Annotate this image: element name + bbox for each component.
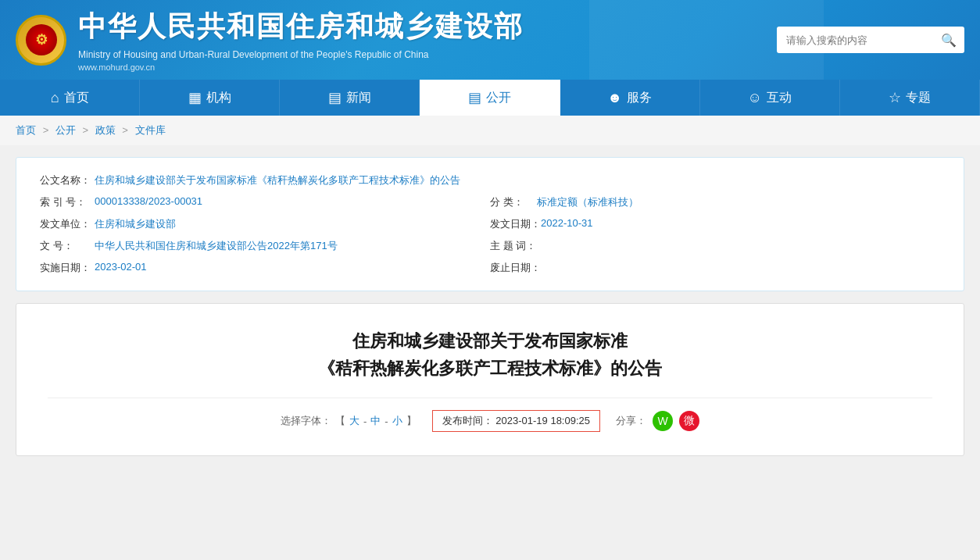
interact-icon: ☺	[748, 90, 762, 106]
article-title: 住房和城乡建设部关于发布国家标准 《秸秆热解炭化多联产工程技术标准》的公告	[48, 327, 932, 382]
issue-date-label: 发文日期：	[490, 217, 541, 231]
publish-time-box: 发布时间： 2023-01-19 18:09:25	[432, 410, 600, 432]
site-url: www.mohurd.gov.cn	[78, 62, 524, 72]
effective-date-label: 实施日期：	[40, 261, 95, 275]
subject-section: 主 题 词：	[490, 239, 940, 253]
share-section: 分享： W 微	[616, 411, 699, 431]
article-title-line1: 住房和城乡建设部关于发布国家标准	[48, 327, 932, 355]
index-label: 索 引 号：	[40, 195, 95, 209]
nav-item-special[interactable]: ☆ 专题	[840, 80, 980, 116]
issuer-section: 发文单位： 住房和城乡建设部	[40, 217, 490, 231]
open-icon: ▤	[468, 89, 481, 106]
article-card: 住房和城乡建设部关于发布国家标准 《秸秆热解炭化多联产工程技术标准》的公告 选择…	[16, 303, 964, 456]
breadcrumb-home[interactable]: 首页	[16, 124, 36, 136]
article-toolbar: 选择字体： 【 大 - 中 - 小 】 发布时间： 2023-01-19 18:…	[48, 398, 932, 432]
news-icon: ▤	[328, 89, 342, 106]
effective-date-section: 实施日期： 2023-02-01	[40, 261, 490, 275]
issuer-label: 发文单位：	[40, 217, 95, 231]
index-value: 000013338/2023-00031	[95, 195, 202, 209]
doc-name-value: 住房和城乡建设部关于发布国家标准《秸秆热解炭化多联产工程技术标准》的公告	[95, 173, 460, 187]
doc-number-value: 中华人民共和国住房和城乡建设部公告2022年第171号	[95, 239, 338, 253]
docnum-subject-row: 文 号： 中华人民共和国住房和城乡建设部公告2022年第171号 主 题 词：	[40, 239, 940, 253]
breadcrumb-sep3: >	[122, 124, 131, 136]
nav-label-special: 专题	[906, 90, 931, 106]
doc-name-row: 公文名称： 住房和城乡建设部关于发布国家标准《秸秆热解炭化多联产工程技术标准》的…	[40, 173, 940, 187]
nav-label-org: 机构	[206, 90, 231, 106]
breadcrumb: 首页 > 公开 > 政策 > 文件库	[0, 116, 980, 145]
breadcrumb-sep1: >	[43, 124, 52, 136]
header-left: ⚙ 中华人民共和国住房和城乡建设部 Ministry of Housing an…	[16, 8, 524, 72]
nav-item-news[interactable]: ▤ 新闻	[280, 80, 420, 116]
logo: ⚙	[16, 15, 66, 66]
share-label: 分享：	[616, 414, 646, 428]
issue-date-value: 2022-10-31	[541, 217, 593, 231]
font-size-large[interactable]: 大	[349, 414, 359, 428]
breadcrumb-sep2: >	[82, 124, 91, 136]
doc-number-section: 文 号： 中华人民共和国住房和城乡建设部公告2022年第171号	[40, 239, 490, 253]
font-size-bracket-close: 】	[406, 414, 417, 428]
nav-label-news: 新闻	[346, 90, 371, 106]
page-header: ⚙ 中华人民共和国住房和城乡建设部 Ministry of Housing an…	[0, 0, 980, 80]
info-card: 公文名称： 住房和城乡建设部关于发布国家标准《秸秆热解炭化多联产工程技术标准》的…	[16, 157, 964, 291]
breadcrumb-filelist[interactable]: 文件库	[135, 124, 166, 136]
nav-item-org[interactable]: ▦ 机构	[140, 80, 280, 116]
font-size-label: 选择字体：	[281, 414, 331, 428]
breadcrumb-open[interactable]: 公开	[55, 124, 76, 136]
publish-time-label: 发布时间：	[442, 415, 493, 426]
category-value: 标准定额（标准科技）	[537, 195, 638, 209]
expire-date-section: 废止日期：	[490, 261, 940, 275]
font-size-bracket-open: 【	[335, 414, 345, 428]
publish-time-value: 2023-01-19 18:09:25	[495, 415, 590, 426]
search-input[interactable]	[777, 30, 933, 51]
category-label: 分 类：	[490, 195, 537, 209]
nav-label-home: 首页	[64, 90, 89, 106]
special-icon: ☆	[889, 89, 901, 106]
nav-item-service[interactable]: ☻ 服务	[560, 80, 700, 116]
category-section: 分 类： 标准定额（标准科技）	[490, 195, 940, 209]
expire-date-label: 废止日期：	[490, 261, 541, 275]
nav-label-interact: 互动	[767, 90, 792, 106]
site-subtitle: Ministry of Housing and Urban-Rural Deve…	[78, 49, 524, 60]
doc-number-label: 文 号：	[40, 239, 95, 253]
search-box: 🔍	[777, 27, 964, 53]
issuer-date-row: 发文单位： 住房和城乡建设部 发文日期： 2022-10-31	[40, 217, 940, 231]
header-title-block: 中华人民共和国住房和城乡建设部 Ministry of Housing and …	[78, 8, 524, 72]
effective-expire-row: 实施日期： 2023-02-01 废止日期：	[40, 261, 940, 275]
nav-item-interact[interactable]: ☺ 互动	[700, 80, 840, 116]
subject-label: 主 题 词：	[490, 239, 537, 253]
font-size-small[interactable]: 小	[392, 414, 402, 428]
font-size-divider1: -	[363, 416, 367, 427]
logo-inner: ⚙	[26, 24, 57, 55]
issue-date-section: 发文日期： 2022-10-31	[490, 217, 940, 231]
font-size-medium[interactable]: 中	[370, 414, 381, 428]
site-title: 中华人民共和国住房和城乡建设部	[78, 8, 524, 46]
index-section: 索 引 号： 000013338/2023-00031	[40, 195, 490, 209]
main-content: 公文名称： 住房和城乡建设部关于发布国家标准《秸秆热解炭化多联产工程技术标准》的…	[0, 145, 980, 468]
nav-item-home[interactable]: ⌂ 首页	[0, 80, 140, 116]
share-weibo-icon[interactable]: 微	[679, 411, 699, 431]
font-size-divider2: -	[384, 416, 388, 427]
nav-item-open[interactable]: ▤ 公开	[420, 80, 560, 116]
org-icon: ▦	[188, 89, 202, 106]
service-icon: ☻	[607, 90, 622, 106]
index-category-row: 索 引 号： 000013338/2023-00031 分 类： 标准定额（标准…	[40, 195, 940, 209]
font-size-selector: 选择字体： 【 大 - 中 - 小 】	[281, 414, 417, 428]
main-nav: ⌂ 首页 ▦ 机构 ▤ 新闻 ▤ 公开 ☻ 服务 ☺ 互动 ☆ 专题	[0, 80, 980, 116]
search-button[interactable]: 🔍	[933, 33, 964, 48]
article-title-line2: 《秸秆热解炭化多联产工程技术标准》的公告	[48, 355, 932, 382]
effective-date-value: 2023-02-01	[95, 261, 147, 275]
doc-name-label: 公文名称：	[40, 173, 95, 187]
breadcrumb-policy[interactable]: 政策	[95, 124, 116, 136]
share-wechat-icon[interactable]: W	[653, 411, 673, 431]
nav-label-open: 公开	[486, 90, 511, 106]
nav-label-service: 服务	[627, 90, 652, 106]
issuer-value: 住房和城乡建设部	[95, 217, 176, 231]
home-icon: ⌂	[51, 90, 59, 106]
